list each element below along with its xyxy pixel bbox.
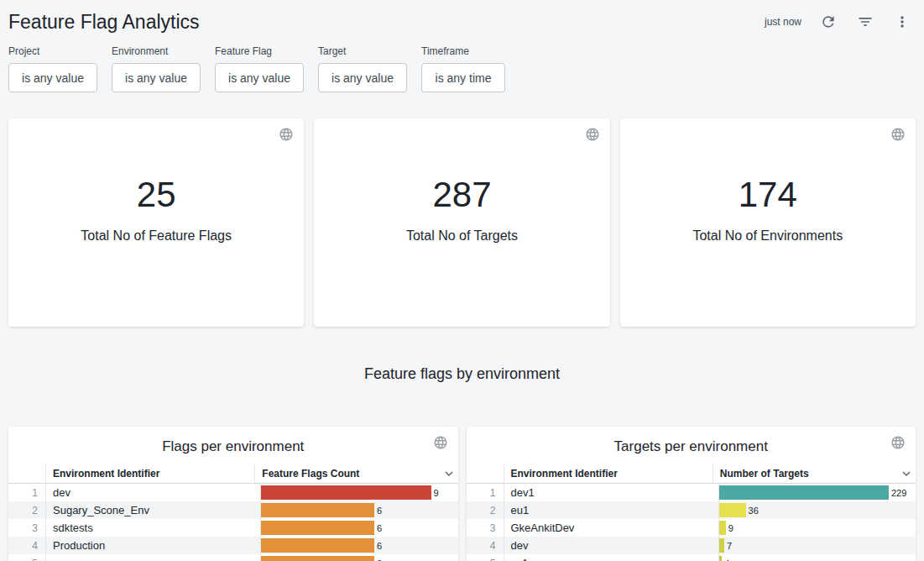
- table-body: 1dev92Sugary_Scone_Env63sdktests64Produc…: [8, 484, 458, 561]
- stat-card-feature-flags: 25 Total No of Feature Flags: [8, 118, 304, 327]
- row-index: 5: [467, 554, 504, 561]
- stat-value: 174: [692, 175, 843, 215]
- environment-cell: Production: [45, 537, 260, 554]
- count-value: 9: [434, 488, 439, 498]
- header-actions: just now: [765, 12, 912, 32]
- page-title: Feature Flag Analytics: [8, 11, 200, 34]
- column-header-environment: Environment Identifier: [46, 468, 166, 480]
- stat-card-environments: 174 Total No of Environments: [620, 118, 916, 327]
- table-row[interactable]: 1dev1229: [467, 484, 916, 501]
- refresh-icon[interactable]: [818, 12, 838, 32]
- chevron-down-icon[interactable]: [899, 466, 914, 481]
- filter-bar: Project is any value Environment is any …: [0, 39, 924, 107]
- globe-icon[interactable]: [279, 127, 294, 145]
- count-bar: [719, 521, 726, 535]
- count-cell: 9: [260, 484, 457, 501]
- row-index: 1: [467, 484, 504, 501]
- filter-label: Environment: [112, 45, 201, 57]
- filter-environment-value-button[interactable]: is any value: [112, 63, 201, 92]
- filter-target: Target is any value: [318, 45, 407, 92]
- count-value: 6: [377, 523, 382, 533]
- table-row[interactable]: 1dev9: [8, 484, 458, 501]
- kebab-menu-icon[interactable]: [892, 12, 912, 32]
- row-index: 2: [467, 501, 504, 519]
- stat-value: 25: [81, 175, 232, 215]
- environment-cell: GkeAnkitDev: [504, 519, 718, 537]
- environment-cell: eu1: [504, 501, 718, 519]
- table-title: Targets per environment: [467, 433, 916, 464]
- row-index: 4: [8, 537, 45, 554]
- environment-cell: Sugary_Scone_Env: [45, 501, 260, 519]
- row-index: 1: [8, 484, 45, 501]
- count-bar: [261, 521, 374, 535]
- filter-label: Project: [8, 45, 97, 57]
- filter-timeframe: Timeframe is any time: [421, 45, 505, 92]
- count-cell: 6: [260, 519, 457, 537]
- environment-cell: dev1: [504, 484, 718, 501]
- stat-label: Total No of Environments: [692, 228, 843, 244]
- filter-project-value-button[interactable]: is any value: [8, 63, 97, 92]
- column-header-count: Number of Targets: [713, 468, 816, 480]
- row-index: 5: [8, 554, 45, 561]
- globe-icon[interactable]: [585, 127, 600, 145]
- filter-environment: Environment is any value: [112, 45, 201, 92]
- table-header: Environment Identifier Number of Targets: [467, 464, 916, 484]
- stat-label: Total No of Targets: [406, 228, 518, 244]
- targets-per-environment-table: Targets per environment Environment Iden…: [467, 427, 916, 561]
- filter-target-value-button[interactable]: is any value: [318, 63, 407, 92]
- table-row[interactable]: 5prega6: [8, 554, 458, 561]
- environment-cell: prega: [45, 554, 260, 561]
- filter-label: Timeframe: [421, 45, 505, 57]
- stat-card-targets: 287 Total No of Targets: [314, 118, 609, 327]
- tables-row: Flags per environment Environment Identi…: [8, 427, 916, 561]
- table-row[interactable]: 4dev7: [467, 537, 916, 554]
- count-bar: [261, 485, 431, 500]
- table-title: Flags per environment: [8, 433, 458, 464]
- count-bar: [261, 538, 374, 553]
- table-row[interactable]: 3GkeAnkitDev9: [467, 519, 916, 537]
- count-cell: 6: [260, 554, 457, 561]
- count-bar: [261, 556, 374, 561]
- count-cell: 36: [718, 501, 916, 519]
- table-row[interactable]: 2eu136: [467, 501, 916, 519]
- environment-cell: dev: [504, 537, 718, 554]
- stat-cards-row: 25 Total No of Feature Flags 287 Total N…: [0, 107, 924, 327]
- globe-icon[interactable]: [890, 435, 906, 454]
- dashboard-header: Feature Flag Analytics just now: [0, 0, 924, 39]
- globe-icon[interactable]: [890, 127, 906, 145]
- count-value: 6: [377, 558, 382, 561]
- count-value: 4: [724, 558, 729, 561]
- count-value: 229: [891, 488, 906, 498]
- filter-timeframe-value-button[interactable]: is any time: [421, 63, 505, 92]
- count-cell: 6: [260, 537, 457, 554]
- table-row[interactable]: 2Sugary_Scone_Env6: [8, 501, 458, 519]
- count-cell: 4: [718, 554, 916, 561]
- environment-cell: sdktests: [45, 519, 260, 537]
- last-updated: just now: [765, 16, 801, 28]
- stat-value: 287: [406, 175, 518, 215]
- count-value: 9: [728, 523, 733, 533]
- filter-label: Feature Flag: [215, 45, 304, 57]
- chevron-down-icon[interactable]: [441, 466, 457, 481]
- filter-feature-flag-value-button[interactable]: is any value: [215, 63, 304, 92]
- stat-label: Total No of Feature Flags: [81, 228, 232, 244]
- globe-icon[interactable]: [433, 435, 448, 454]
- count-value: 7: [727, 541, 732, 551]
- count-bar: [719, 538, 724, 553]
- row-index: 2: [8, 501, 45, 519]
- environment-cell: us1: [504, 554, 718, 561]
- count-cell: 9: [718, 519, 916, 537]
- row-index: 4: [467, 537, 504, 554]
- count-bar: [719, 485, 889, 500]
- table-row[interactable]: 5us14: [467, 554, 916, 561]
- filter-project: Project is any value: [8, 45, 97, 92]
- count-value: 6: [377, 541, 382, 551]
- count-bar: [719, 503, 746, 517]
- flags-per-environment-table: Flags per environment Environment Identi…: [8, 427, 458, 561]
- table-row[interactable]: 3sdktests6: [8, 519, 458, 537]
- count-value: 6: [377, 506, 382, 516]
- table-row[interactable]: 4Production6: [8, 537, 458, 554]
- filter-icon[interactable]: [855, 12, 875, 32]
- column-header-environment: Environment Identifier: [504, 468, 624, 480]
- table-header: Environment Identifier Feature Flags Cou…: [8, 464, 458, 484]
